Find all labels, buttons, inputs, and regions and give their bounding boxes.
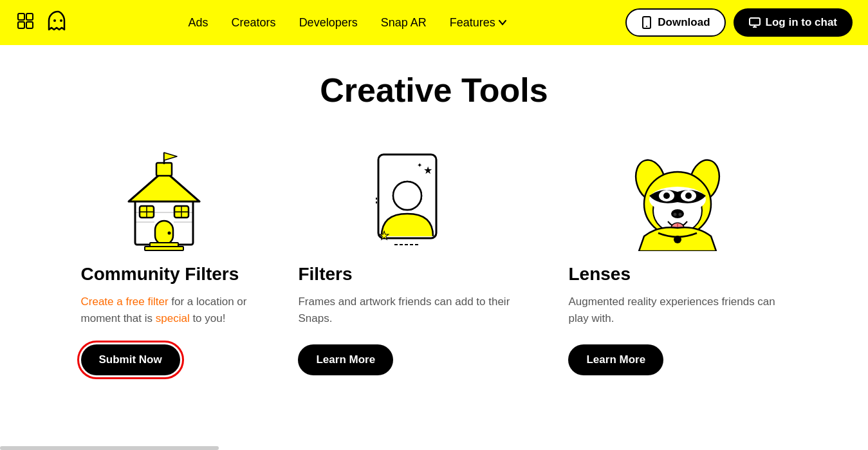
svg-rect-3 — [26, 22, 33, 28]
lenses-icon — [568, 148, 787, 251]
submit-now-button[interactable]: Submit Now — [81, 344, 180, 375]
svg-marker-15 — [164, 153, 177, 160]
navbar: Ads Creators Developers Snap AR Features… — [0, 0, 868, 45]
svg-text:★: ★ — [379, 229, 389, 242]
svg-rect-2 — [18, 22, 24, 28]
community-filters-icon — [81, 148, 247, 251]
filters-learn-more-button[interactable]: Learn More — [298, 344, 393, 375]
nav-link-snap-ar[interactable]: Snap AR — [381, 16, 427, 30]
monitor-icon — [749, 17, 761, 28]
login-button[interactable]: Log in to chat — [734, 8, 853, 37]
filters-title: Filters — [298, 264, 352, 285]
nav-link-ads[interactable]: Ads — [189, 16, 208, 30]
svg-point-45 — [663, 192, 670, 199]
svg-text:✦: ✦ — [417, 162, 422, 169]
card-filters: ★ ✦ ★ Filters Frames — [298, 148, 517, 375]
svg-point-7 — [646, 26, 647, 27]
svg-point-52 — [674, 236, 681, 243]
chevron-down-icon — [498, 18, 507, 27]
svg-point-4 — [53, 19, 56, 22]
navbar-center: Ads Creators Developers Snap AR Features — [189, 16, 507, 30]
svg-point-5 — [60, 19, 62, 22]
svg-rect-0 — [18, 14, 24, 20]
navbar-left — [15, 10, 69, 35]
svg-point-49 — [679, 213, 682, 216]
cards-container: Community Filters Create a free filter f… — [39, 148, 829, 375]
filters-description: Frames and artwork friends can add to th… — [298, 294, 517, 326]
lenses-description: Augmented reality experiences friends ca… — [568, 294, 787, 326]
grid-icon[interactable] — [15, 11, 39, 34]
svg-point-47 — [671, 209, 684, 218]
filters-icon: ★ ✦ ★ — [298, 148, 517, 251]
svg-point-17 — [167, 232, 171, 235]
svg-text:★: ★ — [423, 165, 432, 176]
nav-link-features[interactable]: Features — [450, 16, 507, 30]
page-title: Creative Tools — [39, 71, 829, 109]
card-lenses: Lenses Augmented reality experiences fri… — [568, 148, 787, 375]
svg-rect-8 — [750, 18, 760, 25]
ghost-logo-icon[interactable] — [46, 10, 69, 35]
community-filters-description: Create a free filter for a location ormo… — [81, 294, 247, 326]
svg-rect-13 — [156, 163, 172, 176]
nav-link-creators[interactable]: Creators — [232, 16, 276, 30]
lenses-learn-more-button[interactable]: Learn More — [568, 344, 663, 375]
download-button[interactable]: Download — [625, 8, 725, 37]
svg-point-46 — [685, 192, 692, 199]
main-content: Creative Tools — [0, 45, 868, 427]
svg-rect-28 — [145, 247, 183, 250]
nav-link-developers[interactable]: Developers — [299, 16, 358, 30]
lenses-title: Lenses — [568, 264, 631, 285]
navbar-right: Download Log in to chat — [625, 8, 853, 37]
phone-icon — [641, 16, 652, 29]
card-community-filters: Community Filters Create a free filter f… — [81, 148, 247, 375]
svg-point-48 — [674, 213, 677, 216]
community-filters-title: Community Filters — [81, 264, 239, 285]
svg-rect-1 — [26, 14, 33, 20]
